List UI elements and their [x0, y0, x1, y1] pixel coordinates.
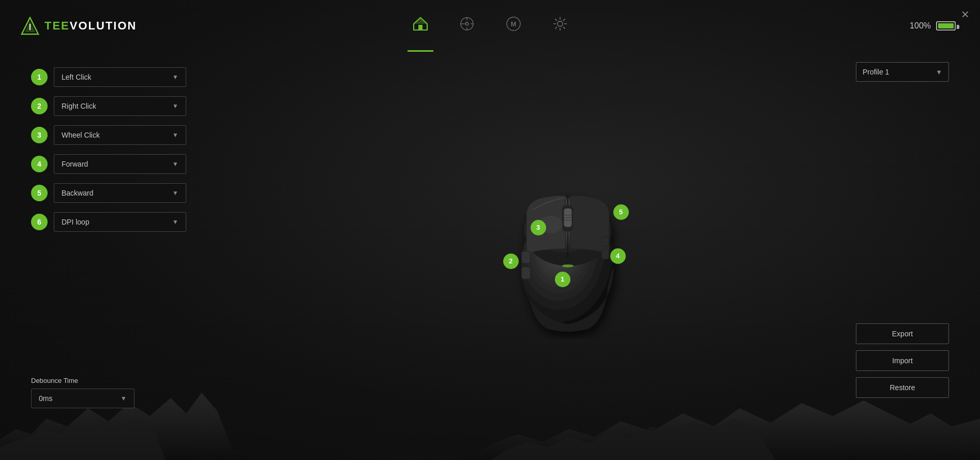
svg-rect-38: [521, 266, 530, 279]
svg-line-24: [555, 19, 557, 21]
button-dropdown-arrow-6: ▼: [172, 218, 178, 226]
button-number-1: 1: [31, 69, 48, 85]
logo: TEEVOLUTION: [21, 17, 137, 35]
nav-dpi[interactable]: [459, 0, 475, 52]
button-dropdown-arrow-1: ▼: [172, 73, 178, 81]
debounce-dropdown[interactable]: 0ms ▼: [31, 389, 134, 408]
mouse-bubble-2[interactable]: 2: [503, 254, 519, 269]
svg-rect-40: [601, 236, 608, 246]
button-row-6: 6DPI loop▼: [31, 212, 186, 232]
close-button[interactable]: ✕: [961, 8, 970, 21]
button-label-2: Right Click: [62, 102, 96, 110]
svg-point-19: [557, 21, 563, 26]
button-label-4: Forward: [62, 160, 88, 168]
button-row-1: 1Left Click▼: [31, 67, 186, 87]
button-number-3: 3: [31, 127, 48, 143]
profile-area: Profile 1 ▼: [856, 62, 949, 92]
button-row-4: 4Forward▼: [31, 154, 186, 174]
button-label-3: Wheel Click: [62, 131, 100, 139]
button-row-2: 2Right Click▼: [31, 96, 186, 116]
debounce-label: Debounce Time: [31, 377, 134, 384]
battery-percentage: 100%: [910, 21, 931, 31]
svg-text:M: M: [510, 20, 516, 28]
settings-icon: [552, 16, 568, 32]
mouse-bubble-5[interactable]: 5: [613, 204, 629, 220]
button-label-6: DPI loop: [62, 218, 89, 226]
mouse-bubble-1[interactable]: 1: [555, 272, 570, 287]
button-dropdown-4[interactable]: Forward▼: [54, 154, 186, 174]
svg-line-25: [563, 27, 565, 29]
svg-rect-8: [418, 25, 423, 30]
profile-dropdown[interactable]: Profile 1 ▼: [856, 62, 949, 82]
debounce-chevron-icon: ▼: [120, 395, 127, 402]
svg-rect-37: [521, 251, 530, 263]
button-dropdown-arrow-5: ▼: [172, 189, 178, 197]
svg-line-27: [555, 27, 557, 29]
restore-button[interactable]: Restore: [856, 377, 949, 398]
svg-line-26: [563, 19, 565, 21]
button-row-3: 3Wheel Click▼: [31, 125, 186, 145]
button-dropdown-5[interactable]: Backward▼: [54, 183, 186, 203]
dpi-icon: [459, 16, 475, 32]
button-dropdown-arrow-3: ▼: [172, 131, 178, 139]
nav-home[interactable]: [413, 0, 428, 52]
battery-icon: [936, 21, 959, 31]
svg-point-39: [562, 264, 574, 268]
home-icon: [413, 17, 428, 31]
button-dropdown-arrow-2: ▼: [172, 102, 178, 110]
main-nav: M: [413, 0, 568, 52]
button-label-5: Backward: [62, 189, 93, 197]
macro-icon: M: [506, 16, 521, 32]
profile-current-value: Profile 1: [863, 68, 889, 76]
debounce-value: 0ms: [39, 394, 52, 403]
logo-text: TEEVOLUTION: [44, 19, 137, 33]
action-buttons-area: Export Import Restore: [856, 323, 949, 398]
profile-chevron-icon: ▼: [936, 68, 942, 76]
button-dropdown-3[interactable]: Wheel Click▼: [54, 125, 186, 145]
import-button[interactable]: Import: [856, 350, 949, 371]
button-number-2: 2: [31, 98, 48, 114]
mouse-bubble-4[interactable]: 4: [610, 248, 626, 264]
header: TEEVOLUTION: [0, 0, 980, 52]
svg-marker-9: [414, 18, 427, 24]
battery-area: 100%: [910, 21, 959, 31]
button-label-1: Left Click: [62, 73, 92, 81]
debounce-section: Debounce Time 0ms ▼: [31, 377, 134, 408]
main-content: 1Left Click▼2Right Click▼3Wheel Click▼4F…: [0, 52, 980, 460]
button-dropdown-arrow-4: ▼: [172, 160, 178, 168]
button-number-5: 5: [31, 185, 48, 201]
logo-icon: [21, 17, 39, 35]
mouse-bubble-3[interactable]: 3: [531, 220, 546, 235]
export-button[interactable]: Export: [856, 323, 949, 344]
button-dropdown-1[interactable]: Left Click▼: [54, 67, 186, 87]
nav-settings[interactable]: [552, 0, 568, 52]
button-dropdown-6[interactable]: DPI loop▼: [54, 212, 186, 232]
svg-rect-41: [601, 249, 608, 259]
button-dropdown-2[interactable]: Right Click▼: [54, 96, 186, 116]
button-row-5: 5Backward▼: [31, 183, 186, 203]
button-number-6: 6: [31, 214, 48, 230]
button-number-4: 4: [31, 156, 48, 172]
center-mouse-area: 1 2 3 4 5: [186, 52, 949, 460]
mouse-container: 1 2 3 4 5: [485, 173, 651, 339]
nav-macro[interactable]: M: [506, 0, 521, 52]
